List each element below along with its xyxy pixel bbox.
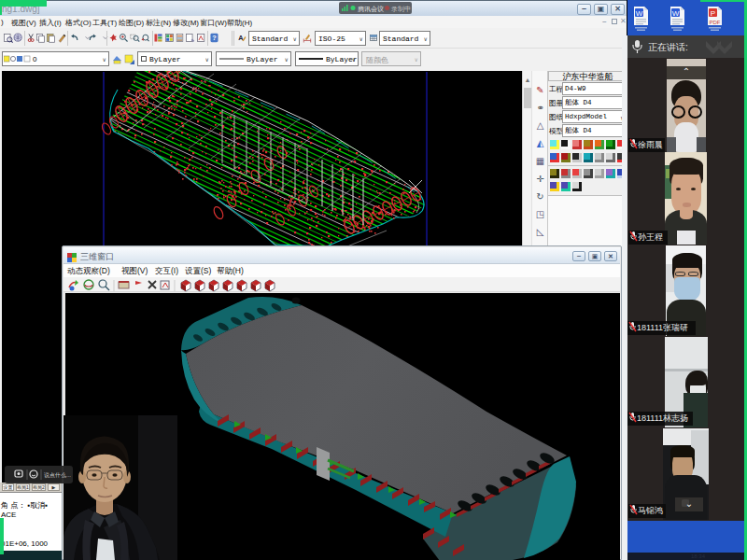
svg-text:P: P xyxy=(711,9,715,18)
svg-text:?: ? xyxy=(212,34,217,42)
svg-text:PDF: PDF xyxy=(710,20,721,25)
svg-text:W: W xyxy=(636,9,643,18)
svg-text:W: W xyxy=(672,9,680,18)
